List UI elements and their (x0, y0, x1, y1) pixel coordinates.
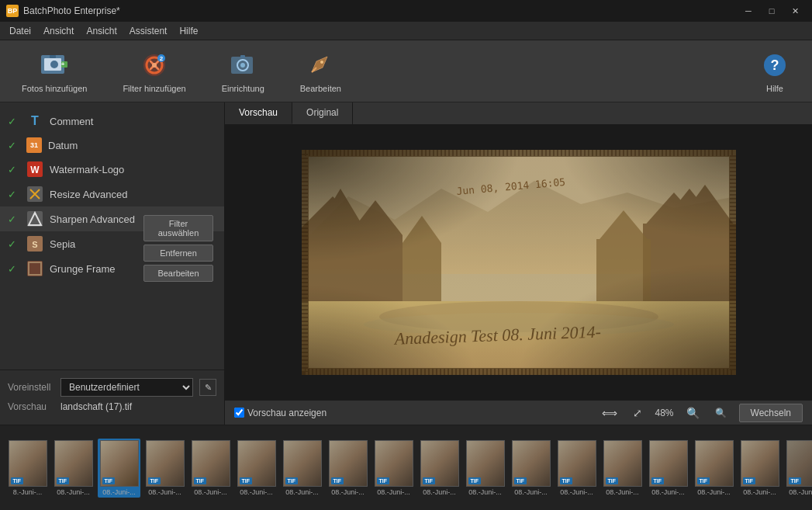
filter-icon-watermark: W (26, 161, 43, 178)
tab-original[interactable]: Original (292, 102, 353, 124)
film-label-15: 08.-Juni-... (694, 488, 734, 496)
menu-hilfe[interactable]: Hilfe (173, 24, 204, 38)
tab-vorschau[interactable]: Vorschau (225, 102, 292, 124)
zoom-fit-width-button[interactable]: ⟺ (599, 405, 620, 421)
film-item-3[interactable]: TIF 08.-Juni-... (143, 439, 186, 498)
svg-point-15 (320, 61, 323, 64)
filter-check-grunge: ✓ (8, 263, 20, 275)
film-item-6[interactable]: TIF 08.-Juni-... (281, 439, 323, 498)
filter-remove-button[interactable]: Entfernen (143, 245, 213, 262)
film-item-10[interactable]: TIF 08.-Juni-... (464, 439, 506, 498)
film-item-11[interactable]: TIF 08.-Juni-... (510, 439, 552, 498)
film-item-13[interactable]: TIF 08.-Juni-... (601, 439, 644, 498)
add-photos-icon: + (39, 50, 70, 81)
film-item-15[interactable]: TIF 08.-Juni-... (693, 439, 735, 498)
filter-name-comment: Comment (50, 116, 93, 127)
title-bar-controls: ─ □ ✕ (738, 2, 806, 19)
preinstall-select[interactable]: Benutzerdefiniert (60, 378, 193, 397)
svg-text:+: + (61, 61, 65, 68)
film-label-11: 08.-Juni-... (511, 488, 551, 496)
add-photos-button[interactable]: + Fotos hinzufügen (16, 47, 93, 96)
preinstall-edit-button[interactable]: ✎ (199, 379, 216, 396)
help-button[interactable]: ? Hilfe (753, 47, 796, 96)
settings-icon (227, 50, 258, 81)
zoom-in-button[interactable]: 🔍 (683, 405, 703, 421)
film-item-0[interactable]: TIF 8.-Juni-... (6, 439, 49, 498)
film-item-7[interactable]: TIF 08.-Juni-... (327, 439, 369, 498)
settings-button[interactable]: Einrichtung (216, 47, 271, 96)
filter-item-datum[interactable]: ✓ 31 Datum (0, 134, 224, 157)
switch-button[interactable]: Wechseln (739, 404, 803, 422)
filter-edit-button[interactable]: Bearbeiten (143, 265, 213, 282)
film-thumb-8: TIF (375, 440, 413, 487)
maximize-button[interactable]: □ (761, 2, 783, 19)
preview-show-checkbox-label[interactable]: Vorschau anzeigen (234, 408, 327, 418)
zoom-fit-button[interactable]: ⤢ (630, 405, 645, 421)
filter-icon-grunge (26, 260, 43, 277)
menu-assistent[interactable]: Assistent (123, 24, 174, 38)
film-item-14[interactable]: TIF 08.-Juni-... (647, 439, 689, 498)
svg-rect-14 (240, 55, 245, 58)
film-item-12[interactable]: TIF 08.-Juni-... (555, 439, 598, 498)
preview-bottom-bar: Vorschau anzeigen ⟺ ⤢ 48% 🔍 🔍 Wechseln (225, 400, 812, 425)
film-thumb-7: TIF (329, 440, 368, 487)
settings-label: Einrichtung (222, 84, 264, 93)
preview-show-checkbox[interactable] (234, 408, 244, 418)
film-item-17[interactable]: TIF 08.-Juni-... (784, 439, 812, 498)
zoom-out-button[interactable]: 🔍 (712, 406, 730, 420)
film-label-0: 8.-Juni-... (8, 488, 48, 496)
film-thumb-15: TIF (695, 440, 734, 487)
film-label-14: 08.-Juni-... (648, 488, 689, 496)
edit-icon (305, 50, 336, 81)
menu-ansicht2[interactable]: Ansicht (80, 24, 123, 38)
filter-item-resize[interactable]: ✓ Resize Advanced (0, 182, 224, 206)
film-label-6: 08.-Juni-... (282, 488, 323, 496)
menu-ansicht1[interactable]: Ansicht (37, 24, 80, 38)
film-label-2: 08.-Juni-... (99, 488, 140, 496)
zoom-level: 48% (655, 408, 673, 418)
preview-file-value: landschaft (17).tif (60, 401, 132, 412)
filmstrip: TIF 8.-Juni-... TIF 08.-Juni-... TIF 08.… (0, 425, 812, 510)
preview-tabs: Vorschau Original (225, 102, 812, 125)
edit-button[interactable]: Bearbeiten (294, 47, 347, 96)
filter-icon-datum: 31 (26, 137, 42, 153)
film-label-4: 08.-Juni-... (191, 488, 231, 496)
film-item-1[interactable]: TIF 08.-Juni-... (52, 439, 95, 498)
film-thumb-4: TIF (192, 440, 230, 487)
svg-text:2: 2 (160, 55, 164, 62)
film-label-17: 08.-Juni-... (786, 488, 813, 496)
film-label-12: 08.-Juni-... (557, 488, 597, 496)
film-item-4[interactable]: TIF 08.-Juni-... (189, 439, 232, 498)
menu-datei[interactable]: Datei (3, 24, 37, 38)
film-thumb-1: TIF (54, 440, 93, 487)
help-icon: ? (759, 50, 790, 81)
filter-item-comment[interactable]: ✓ T Comment (0, 109, 224, 134)
filter-item-watermark[interactable]: ✓ W Watermark-Logo (0, 157, 224, 182)
film-item-5[interactable]: TIF 08.-Juni-... (235, 439, 278, 498)
film-label-5: 08.-Juni-... (237, 488, 277, 496)
film-label-3: 08.-Juni-... (145, 488, 185, 496)
minimize-button[interactable]: ─ (738, 2, 759, 19)
film-label-1: 08.-Juni-... (54, 488, 94, 496)
film-thumb-17: TIF (786, 440, 813, 487)
window-title: BatchPhoto Enterprise* (23, 5, 120, 16)
film-item-8[interactable]: TIF 08.-Juni-... (372, 439, 415, 498)
preview-show-label: Vorschau anzeigen (247, 408, 327, 418)
film-item-2[interactable]: TIF 08.-Juni-... (98, 439, 140, 498)
svg-point-8 (152, 63, 157, 68)
film-thumb-0: TIF (9, 440, 47, 487)
title-bar-left: BP BatchPhoto Enterprise* (6, 5, 120, 17)
filter-check-comment: ✓ (8, 116, 20, 127)
filter-check-resize: ✓ (8, 189, 20, 200)
preview-image: Jun 08, 2014 16:05 Anadesign Test 08. Ju… (302, 150, 736, 375)
edit-label: Bearbeiten (300, 84, 341, 93)
film-item-16[interactable]: TIF 08.-Juni-... (738, 439, 781, 498)
film-thumb-10: TIF (466, 440, 505, 487)
film-label-7: 08.-Juni-... (328, 488, 368, 496)
film-item-9[interactable]: TIF 08.-Juni-... (418, 439, 461, 498)
preview-label: Vorschau (8, 401, 54, 412)
filter-select-button[interactable]: Filter auswählen (143, 215, 213, 241)
add-photos-label: Fotos hinzufügen (22, 84, 87, 93)
add-filter-button[interactable]: 2 Filter hinzufügen (116, 47, 192, 96)
close-button[interactable]: ✕ (784, 2, 806, 19)
